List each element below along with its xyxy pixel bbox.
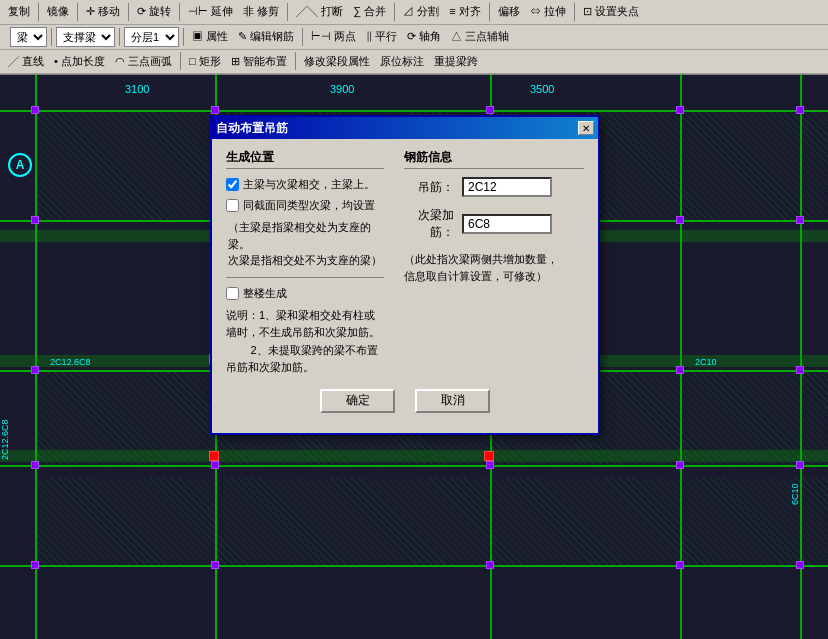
three-point-axis-btn[interactable]: △ 三点辅轴 [447, 28, 513, 45]
checkbox-same-section[interactable] [226, 199, 239, 212]
checkbox-row-3: 整楼生成 [226, 286, 384, 301]
rebar-row-1: 吊筋： [404, 177, 584, 197]
sep11 [183, 28, 184, 46]
rebar-input-2[interactable] [462, 214, 552, 234]
rebar-note: （此处指次梁两侧共增加数量，信息取自计算设置，可修改） [404, 251, 584, 284]
sep5 [287, 3, 288, 21]
stretch-btn[interactable]: ⇔ 拉伸 [526, 3, 570, 20]
auto-stirrup-dialog: 自动布置吊筋 ✕ 生成位置 主梁与次梁相交，主梁上。 同截面同类型次梁，均设置 [210, 115, 600, 435]
extend-btn[interactable]: ⊣⊢ 延伸 [184, 3, 237, 20]
sep9 [51, 28, 52, 46]
sep8 [574, 3, 575, 21]
mirror-btn[interactable]: 镜像 [43, 3, 73, 20]
orig-mark-btn[interactable]: 原位标注 [376, 53, 428, 70]
rebar-label-1: 吊筋： [404, 179, 454, 196]
element-type-select[interactable]: 梁 [10, 27, 47, 47]
dialog-close-button[interactable]: ✕ [578, 121, 594, 135]
close-icon: ✕ [582, 123, 590, 134]
align-btn[interactable]: ≡ 对齐 [445, 3, 484, 20]
move-btn[interactable]: ✛ 移动 [82, 3, 124, 20]
dialog-columns: 生成位置 主梁与次梁相交，主梁上。 同截面同类型次梁，均设置 （主梁是指梁相交处… [226, 149, 584, 377]
dialog-footer: 确定 取消 [226, 389, 584, 423]
modify-segment-btn[interactable]: 修改梁段属性 [300, 53, 374, 70]
checkbox-row-1: 主梁与次梁相交，主梁上。 [226, 177, 384, 192]
sep13 [180, 52, 181, 70]
dialog-body: 生成位置 主梁与次梁相交，主梁上。 同截面同类型次梁，均设置 （主梁是指梁相交处… [212, 139, 598, 433]
dialog-left-col: 生成位置 主梁与次梁相交，主梁上。 同截面同类型次梁，均设置 （主梁是指梁相交处… [226, 149, 384, 377]
arc-btn[interactable]: ◠ 三点画弧 [111, 53, 176, 70]
sep14 [295, 52, 296, 70]
offset-btn[interactable]: 偏移 [494, 3, 524, 20]
checkbox-main-secondary[interactable] [226, 178, 239, 191]
checkbox-label-2: 同截面同类型次梁，均设置 [243, 198, 375, 213]
rebar-row-2: 次梁加筋： [404, 207, 584, 241]
divider-1 [226, 277, 384, 278]
parallel-btn[interactable]: ∥ 平行 [362, 28, 401, 45]
toolbar-row-1: 复制 镜像 ✛ 移动 ⟳ 旋转 ⊣⊢ 延伸 非 修剪 ╱╲ 打断 ∑ 合并 ⊿ … [0, 0, 828, 25]
checkbox-whole-floor[interactable] [226, 287, 239, 300]
sep6 [394, 3, 395, 21]
toolbar-row-2: 梁 支撑梁 分层1 ▣ 属性 ✎ 编辑钢筋 ⊢⊣ 两点 ∥ 平行 ⟳ 轴角 △ … [0, 25, 828, 50]
sep1 [38, 3, 39, 21]
line-btn[interactable]: ╱ 直线 [4, 53, 48, 70]
rebar-input-1[interactable] [462, 177, 552, 197]
sep2 [77, 3, 78, 21]
note-text-1: （主梁是指梁相交处为支座的梁。次梁是指相交处不为支座的梁） [228, 219, 384, 269]
re-span-btn[interactable]: 重提梁跨 [430, 53, 482, 70]
checkbox-label-1: 主梁与次梁相交，主梁上。 [243, 177, 375, 192]
sep12 [302, 28, 303, 46]
sep7 [489, 3, 490, 21]
property-btn[interactable]: ▣ 属性 [188, 28, 232, 45]
rebar-label-2: 次梁加筋： [404, 207, 454, 241]
copy-btn[interactable]: 复制 [4, 3, 34, 20]
cancel-button[interactable]: 取消 [415, 389, 490, 413]
break-btn[interactable]: ╱╲ 打断 [292, 3, 347, 20]
ok-button[interactable]: 确定 [320, 389, 395, 413]
dialog-titlebar: 自动布置吊筋 ✕ [212, 117, 598, 139]
auto-layout-btn[interactable]: ⊞ 智能布置 [227, 53, 291, 70]
toolbar: 复制 镜像 ✛ 移动 ⟳ 旋转 ⊣⊢ 延伸 非 修剪 ╱╲ 打断 ∑ 合并 ⊿ … [0, 0, 828, 75]
toolbar-row-3: ╱ 直线 • 点加长度 ◠ 三点画弧 □ 矩形 ⊞ 智能布置 修改梁段属性 原位… [0, 50, 828, 75]
merge-btn[interactable]: ∑ 合并 [349, 3, 390, 20]
edit-rebar-btn[interactable]: ✎ 编辑钢筋 [234, 28, 298, 45]
clamp-btn[interactable]: ⊡ 设置夹点 [579, 3, 643, 20]
layer-select[interactable]: 分层1 [124, 27, 179, 47]
sep3 [128, 3, 129, 21]
dialog-title: 自动布置吊筋 [216, 120, 288, 137]
two-point-btn[interactable]: ⊢⊣ 两点 [307, 28, 360, 45]
checkbox-row-2: 同截面同类型次梁，均设置 [226, 198, 384, 213]
dialog-right-col: 钢筋信息 吊筋： 次梁加筋： （此处指次梁两侧共增加数量，信息取自计算设置，可修… [404, 149, 584, 377]
point-length-btn[interactable]: • 点加长度 [50, 53, 109, 70]
right-section-title: 钢筋信息 [404, 149, 584, 169]
rotate-btn[interactable]: ⟳ 旋转 [133, 3, 175, 20]
sep10 [119, 28, 120, 46]
split-btn[interactable]: ⊿ 分割 [399, 3, 443, 20]
sep4 [179, 3, 180, 21]
dialog-overlay: 自动布置吊筋 ✕ 生成位置 主梁与次梁相交，主梁上。 同截面同类型次梁，均设置 [0, 75, 828, 639]
trim-btn[interactable]: 非 修剪 [239, 3, 283, 20]
checkbox-label-3: 整楼生成 [243, 286, 287, 301]
rect-btn[interactable]: □ 矩形 [185, 53, 225, 70]
explain-text: 说明：1、梁和梁相交处有柱或墙时，不生成吊筋和次梁加筋。 2、未提取梁跨的梁不布… [226, 307, 384, 377]
beam-type-select[interactable]: 支撑梁 [56, 27, 115, 47]
axis-angle-btn[interactable]: ⟳ 轴角 [403, 28, 445, 45]
left-section-title: 生成位置 [226, 149, 384, 169]
